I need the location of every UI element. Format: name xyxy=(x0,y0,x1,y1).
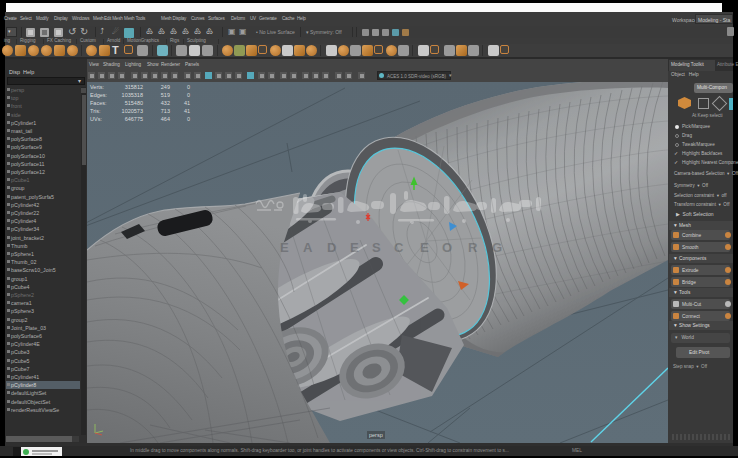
svg-text:249: 249 xyxy=(161,84,170,90)
svg-text:41: 41 xyxy=(184,108,190,114)
svg-text:0: 0 xyxy=(187,84,190,90)
svg-text:0: 0 xyxy=(187,92,190,98)
svg-text:41: 41 xyxy=(184,100,190,106)
svg-text:E: E xyxy=(350,240,359,255)
svg-text:515480: 515480 xyxy=(125,100,143,106)
svg-text:UVs:: UVs: xyxy=(90,116,102,122)
svg-text:A: A xyxy=(303,240,313,255)
svg-text:R: R xyxy=(468,240,478,255)
svg-text:1035318: 1035318 xyxy=(122,92,143,98)
svg-text:Edges:: Edges: xyxy=(90,92,108,98)
svg-text:persp: persp xyxy=(369,432,383,438)
svg-text:0: 0 xyxy=(187,116,190,122)
svg-text:C: C xyxy=(394,240,404,255)
svg-text:G: G xyxy=(492,240,502,255)
svg-text:1020573: 1020573 xyxy=(122,108,143,114)
svg-text:Tris:: Tris: xyxy=(90,108,101,114)
svg-text:O: O xyxy=(442,240,452,255)
svg-text:432: 432 xyxy=(161,100,170,106)
svg-text:713: 713 xyxy=(161,108,170,114)
svg-text:E: E xyxy=(420,240,429,255)
svg-text:646775: 646775 xyxy=(125,116,143,122)
svg-text:519: 519 xyxy=(161,92,170,98)
svg-text:Verts:: Verts: xyxy=(90,84,105,90)
svg-text:E: E xyxy=(280,240,289,255)
svg-text:S: S xyxy=(372,240,381,255)
svg-text:D: D xyxy=(327,240,336,255)
svg-text:464: 464 xyxy=(161,116,170,122)
svg-text:315812: 315812 xyxy=(125,84,143,90)
svg-text:Faces:: Faces: xyxy=(90,100,107,106)
